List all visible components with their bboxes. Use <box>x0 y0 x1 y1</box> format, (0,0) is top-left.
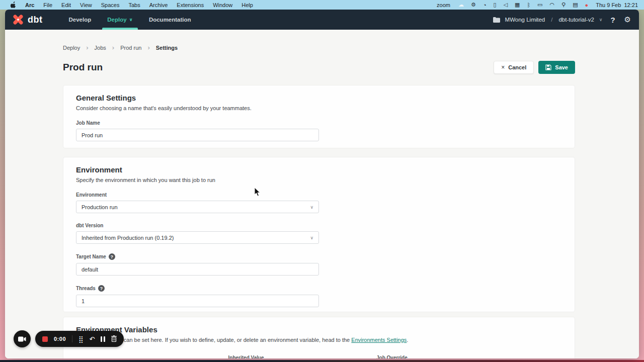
dbt-version-label: dbt Version <box>76 223 562 228</box>
close-icon: × <box>501 64 505 71</box>
title-row: Prod run × Cancel Save <box>63 61 575 74</box>
job-name-label: Job Name <box>76 120 562 126</box>
job-name-input[interactable] <box>76 129 319 141</box>
save-button-label: Save <box>555 64 568 70</box>
nav-develop[interactable]: Develop <box>60 10 99 30</box>
menu-help[interactable]: Help <box>237 2 258 8</box>
gear-icon[interactable]: ⚙ <box>467 2 479 8</box>
general-settings-heading: General Settings <box>76 94 562 102</box>
recording-indicator-icon[interactable]: ● <box>582 2 592 8</box>
volume-icon[interactable]: ◁ <box>500 2 511 8</box>
help-icon[interactable]: ? <box>98 285 105 292</box>
environment-select[interactable]: Production run ∨ <box>76 201 319 213</box>
target-name-label: Target Name ? <box>76 253 562 260</box>
breadcrumb: Deploy › Jobs › Prod run › Settings <box>63 44 639 51</box>
window-icon[interactable]: ▯ <box>490 2 500 8</box>
menu-file[interactable]: File <box>39 2 57 8</box>
environments-settings-link[interactable]: Environments Settings <box>351 337 407 343</box>
pause-recording-button[interactable] <box>101 336 105 342</box>
page-content: Deploy › Jobs › Prod run › Settings Prod… <box>5 30 639 358</box>
trash-icon <box>111 335 117 342</box>
account-name[interactable]: MWong Limited <box>505 17 545 23</box>
env-vars-header-key <box>76 355 173 358</box>
target-name-field-group: Target Name ? <box>76 253 562 276</box>
menubar-clock[interactable]: Thu 9 Feb 12:21 <box>592 2 638 8</box>
chevron-down-icon: ∨ <box>310 205 313 210</box>
nav-documentation[interactable]: Documentation <box>141 10 199 30</box>
nav-deploy-label: Deploy <box>107 17 126 23</box>
target-name-label-text: Target Name <box>76 254 106 259</box>
dbt-version-field-group: dbt Version Inherited from Production ru… <box>76 223 562 244</box>
breadcrumb-jobs[interactable]: Jobs <box>95 45 106 51</box>
stop-recording-button[interactable] <box>42 336 48 342</box>
dock-edge <box>0 360 644 362</box>
chevron-down-icon: ∨ <box>129 17 133 22</box>
cloud-icon[interactable]: ☁ <box>455 2 467 8</box>
general-settings-card: General Settings Consider choosing a nam… <box>63 85 575 148</box>
clock-icon[interactable]: ◔ <box>479 2 490 8</box>
restart-recording-icon[interactable]: ↶ <box>90 336 95 342</box>
threads-field-group: Threads ? <box>76 285 562 307</box>
video-camera-icon <box>18 336 26 342</box>
job-name-field-group: Job Name <box>76 120 562 141</box>
environment-heading: Environment <box>76 165 562 174</box>
dbt-logo-text: dbt <box>28 15 42 25</box>
menu-window[interactable]: Window <box>208 2 237 8</box>
env-vars-header-inherited-value: Inherited Value <box>173 355 319 358</box>
wifi-icon[interactable]: ◠ <box>546 2 558 8</box>
menu-tabs[interactable]: Tabs <box>124 2 144 8</box>
camera-bubble-button[interactable] <box>14 330 31 347</box>
breadcrumb-settings: Settings <box>156 45 178 51</box>
save-button[interactable]: Save <box>538 61 575 74</box>
target-name-input[interactable] <box>76 263 319 276</box>
environment-select-value: Production run <box>82 204 118 210</box>
env-vars-description-period: . <box>407 337 408 343</box>
nav-documentation-label: Documentation <box>149 17 191 23</box>
display-icon[interactable]: ▤ <box>569 2 581 8</box>
save-floppy-icon <box>545 64 551 70</box>
calendar-icon[interactable]: ▦ <box>511 2 523 8</box>
breadcrumb-deploy[interactable]: Deploy <box>63 45 80 51</box>
dbt-version-select-value: Inherited from Production run (0.19.2) <box>82 235 174 241</box>
macos-menubar: Arc File Edit View Spaces Tabs Archive E… <box>0 0 644 10</box>
settings-gear-icon[interactable]: ⚙ <box>623 15 632 24</box>
dbt-logo-icon <box>12 14 24 26</box>
apple-icon <box>11 2 16 8</box>
chevron-right-icon: › <box>112 44 114 51</box>
menu-archive[interactable]: Archive <box>145 2 173 8</box>
menu-view[interactable]: View <box>75 2 97 8</box>
menubar-zoom-label[interactable]: zoom <box>432 2 455 8</box>
breadcrumb-prod-run[interactable]: Prod run <box>120 45 141 51</box>
folder-icon <box>493 17 500 23</box>
battery-icon[interactable]: ▭ <box>534 2 546 8</box>
dbt-version-select[interactable]: Inherited from Production run (0.19.2) ∨ <box>76 231 319 244</box>
help-button[interactable]: ? <box>607 16 618 24</box>
apple-menu-icon[interactable] <box>6 2 21 8</box>
chevron-right-icon: › <box>86 44 88 51</box>
threads-input[interactable] <box>76 295 319 307</box>
chevron-right-icon: › <box>147 44 149 51</box>
env-vars-table-header-row: Inherited Value Job Override <box>76 352 562 358</box>
environment-variables-card: Environment Variables Job level override… <box>63 317 575 358</box>
click-highlight-icon[interactable]: ⣿ <box>78 336 84 342</box>
general-settings-description: Consider choosing a name that's easily u… <box>76 105 562 111</box>
environment-variables-description: Job level overrides can be set here. If … <box>76 337 562 343</box>
chevron-down-icon[interactable]: ∨ <box>599 17 603 22</box>
nav-deploy[interactable]: Deploy ∨ <box>99 10 141 30</box>
menu-spaces[interactable]: Spaces <box>97 2 124 8</box>
menu-edit[interactable]: Edit <box>57 2 75 8</box>
menubar-app-name[interactable]: Arc <box>21 2 39 8</box>
dbt-logo[interactable]: dbt <box>12 10 42 30</box>
bluetooth-icon[interactable]: ᛒ <box>523 2 534 8</box>
search-icon[interactable]: ⚲ <box>558 2 569 8</box>
environment-variables-heading: Environment Variables <box>76 325 562 334</box>
delete-recording-icon[interactable] <box>111 335 117 343</box>
nav-develop-label: Develop <box>68 17 91 23</box>
menu-extensions[interactable]: Extensions <box>172 2 208 8</box>
help-icon[interactable]: ? <box>109 253 115 260</box>
threads-label: Threads ? <box>76 285 562 292</box>
environment-description: Specify the environment in which you wan… <box>76 177 562 183</box>
cancel-button[interactable]: × Cancel <box>494 61 534 74</box>
project-selector[interactable]: dbt-tutorial-v2 <box>558 17 594 23</box>
recording-timer: 0:00 <box>54 336 66 342</box>
